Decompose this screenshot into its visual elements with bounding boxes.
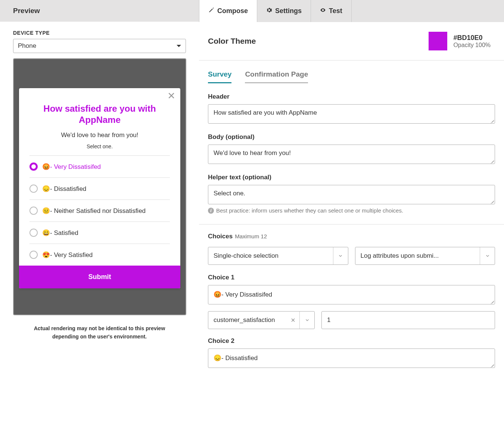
survey-option[interactable]: 😐- Neither Satisfied nor Dissatisfied xyxy=(29,199,170,222)
preview-panel: Preview DEVICE TYPE Phone How satisfied … xyxy=(0,0,199,446)
phone-preview-frame: How satisfied are you with AppName We'd … xyxy=(13,58,186,315)
helper-note: i Best practice: inform users whether th… xyxy=(208,207,495,214)
survey-card: How satisfied are you with AppName We'd … xyxy=(19,88,180,288)
color-theme-title: Color Theme xyxy=(208,37,256,46)
color-theme-section: Color Theme #BD10E0 Opacity 100% xyxy=(199,22,504,61)
helper-label: Helper text (optional) xyxy=(208,174,495,181)
clear-icon[interactable] xyxy=(287,318,299,322)
header-label: Header xyxy=(208,93,495,100)
device-type-select[interactable]: Phone xyxy=(13,39,186,53)
radio-icon xyxy=(29,162,38,171)
survey-option-label: 😍- Very Satisfied xyxy=(42,251,93,259)
choice-type-select[interactable]: Single-choice selection xyxy=(208,247,348,265)
survey-option-label: 😄- Satisfied xyxy=(42,229,78,237)
tab-compose[interactable]: Compose xyxy=(199,0,257,22)
device-type-value: Phone xyxy=(18,42,36,50)
header-input[interactable]: How satisfied are you with AppName xyxy=(208,104,495,124)
choice-text-input[interactable]: 😡- Very Dissatisifed xyxy=(208,285,495,304)
radio-icon xyxy=(29,251,38,259)
subtab-survey[interactable]: Survey xyxy=(208,70,231,83)
survey-option[interactable]: 😞- Dissatisfied xyxy=(29,177,170,199)
choices-title: ChoicesMaximum 12 xyxy=(208,233,495,240)
survey-option[interactable]: 😡- Very Dissatisifed xyxy=(29,155,170,177)
choices-subtitle: Maximum 12 xyxy=(235,233,267,239)
color-hex: #BD10E0 xyxy=(453,34,491,42)
preview-note: Actual rendering may not be identical to… xyxy=(13,315,186,345)
radio-icon xyxy=(29,207,38,215)
survey-option-label: 😡- Very Dissatisifed xyxy=(42,163,101,171)
body-label: Body (optional) xyxy=(208,133,495,141)
gear-icon xyxy=(266,7,272,15)
survey-option[interactable]: 😍- Very Satisfied xyxy=(29,244,170,266)
pencil-icon xyxy=(208,7,214,15)
editor-panel: Compose Settings Test Color Theme xyxy=(199,0,504,446)
helper-input[interactable]: Select one. xyxy=(208,185,495,204)
attribute-value-input[interactable]: 1 xyxy=(321,311,495,329)
survey-option-label: 😞- Dissatisfied xyxy=(42,185,86,193)
attribute-name-select[interactable]: customer_satisfaction xyxy=(208,311,315,329)
radio-icon xyxy=(29,229,38,237)
choice-label: Choice 2 xyxy=(208,337,495,345)
choice-block: Choice 1😡- Very Dissatisifedcustomer_sat… xyxy=(208,274,495,329)
survey-header: How satisfied are you with AppName xyxy=(19,101,180,126)
tab-test[interactable]: Test xyxy=(311,0,352,22)
subtab-confirmation[interactable]: Confirmation Page xyxy=(245,70,308,83)
device-type-label: DEVICE TYPE xyxy=(13,30,186,36)
survey-option-label: 😐- Neither Satisfied nor Dissatisfied xyxy=(42,207,146,215)
submit-button[interactable]: Submit xyxy=(19,266,180,288)
body-input[interactable]: We'd love to hear from you! xyxy=(208,145,495,164)
chevron-down-icon xyxy=(333,247,348,264)
color-swatch xyxy=(429,32,447,50)
color-swatch-row[interactable]: #BD10E0 Opacity 100% xyxy=(429,32,491,50)
eye-icon xyxy=(320,7,326,15)
caret-down-icon xyxy=(177,45,181,47)
top-tabs: Compose Settings Test xyxy=(199,0,504,22)
info-icon: i xyxy=(208,208,214,214)
preview-title: Preview xyxy=(0,0,199,22)
radio-icon xyxy=(29,185,38,193)
log-mode-select[interactable]: Log attributes upon submi... xyxy=(355,247,495,265)
chevron-down-icon xyxy=(480,247,495,264)
chevron-down-icon xyxy=(299,312,314,329)
survey-option[interactable]: 😄- Satisfied xyxy=(29,222,170,244)
survey-body: We'd love to hear from you! xyxy=(19,126,180,139)
choice-text-input[interactable]: 😞- Dissatisfied xyxy=(208,349,495,368)
choice-block: Choice 2😞- Dissatisfied xyxy=(208,337,495,368)
tab-settings[interactable]: Settings xyxy=(257,0,311,22)
choice-label: Choice 1 xyxy=(208,274,495,281)
survey-helper: Select one. xyxy=(19,139,180,155)
close-icon[interactable] xyxy=(168,92,175,101)
color-opacity: Opacity 100% xyxy=(453,42,491,49)
